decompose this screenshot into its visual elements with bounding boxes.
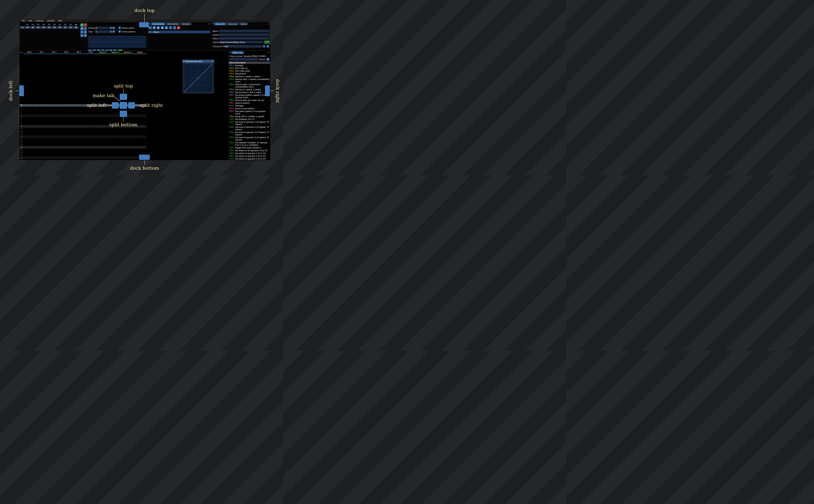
order-edit-mode-button[interactable] bbox=[84, 34, 87, 37]
pattern-cell[interactable]: ... .. .. .... bbox=[24, 110, 36, 111]
order-cell[interactable]: 00 bbox=[62, 27, 68, 29]
pattern-cell[interactable]: ... .. .. .... bbox=[48, 118, 60, 119]
pattern-cell[interactable]: ... .. .. .... bbox=[73, 128, 85, 130]
dock-bottom-target[interactable] bbox=[139, 155, 150, 160]
pattern-cell[interactable]: ... .. .. .... bbox=[24, 115, 36, 117]
pattern-cell[interactable]: ... .. .. .... bbox=[97, 118, 109, 119]
pattern-cell[interactable]: ... .. .. .... bbox=[60, 139, 73, 140]
pattern-cell[interactable]: ... .. .. .... bbox=[48, 125, 60, 127]
pattern-cell[interactable]: ... .. .. .... bbox=[36, 154, 48, 156]
octave-minus-button[interactable]: - bbox=[109, 27, 112, 29]
pattern-cell[interactable]: ... .. .. .... bbox=[60, 120, 73, 122]
pattern-cell[interactable]: ... .. .. .... bbox=[48, 146, 60, 148]
panel-tab[interactable]: Wavetables bbox=[166, 22, 180, 25]
pattern-cell[interactable]: ... .. .. .... bbox=[24, 131, 36, 132]
step-plus-button[interactable]: + bbox=[112, 30, 115, 33]
effect-row[interactable]: 0Dxx Jump to next pattern bbox=[228, 107, 270, 110]
effect-row[interactable]: 15xx Set level of operator 4 (0 highest,… bbox=[228, 136, 270, 141]
pattern-cell[interactable]: ... .. .. .... bbox=[60, 118, 73, 119]
pattern-cell[interactable]: ... .. .. .... bbox=[97, 123, 109, 125]
pattern-cell[interactable]: ... .. .. .... bbox=[73, 118, 85, 119]
tuning-plus-button[interactable]: + bbox=[266, 45, 269, 48]
pattern-cell[interactable]: ... .. .. .... bbox=[122, 133, 134, 135]
pattern-cell[interactable]: ... .. .. .... bbox=[134, 118, 146, 119]
effect-row[interactable]: 1Axx Set attack of operator 1 (0 to 1F) bbox=[228, 152, 270, 155]
pattern-cell[interactable]: ... .. .. .... bbox=[109, 160, 122, 160]
pattern-cell[interactable]: ... .. .. .... bbox=[85, 112, 97, 114]
pattern-cell[interactable]: ... .. .. .... bbox=[48, 105, 60, 106]
pattern-cell[interactable]: ... .. .. .... bbox=[97, 139, 109, 140]
effect-row[interactable]: 1Cxx Set attack of operator 3 (0 to 1F) bbox=[228, 158, 270, 160]
pattern-cell[interactable]: ... .. .. .... bbox=[36, 105, 48, 106]
pattern-corner-expander[interactable]: ++ bbox=[20, 51, 24, 54]
pattern-cell[interactable]: ... .. .. .... bbox=[24, 154, 36, 156]
channel-header[interactable]: FM 3 bbox=[48, 51, 60, 54]
pattern-cell[interactable]: ... .. .. .... bbox=[134, 146, 146, 148]
close-icon[interactable]: × bbox=[212, 60, 213, 62]
pattern-cell[interactable]: ... .. .. .... bbox=[85, 154, 97, 156]
pattern-cell[interactable]: ... .. .. .... bbox=[85, 146, 97, 148]
pattern-cell[interactable]: ... .. .. .... bbox=[24, 125, 36, 127]
pattern-cell[interactable]: ... .. .. .... bbox=[134, 133, 146, 135]
channel-header[interactable]: FM 6 bbox=[85, 51, 97, 54]
pattern-cell[interactable]: ... .. .. .... bbox=[73, 115, 85, 117]
pattern-cell[interactable]: ... .. .. .... bbox=[85, 110, 97, 111]
pattern-cell[interactable]: ... .. .. .... bbox=[73, 152, 85, 153]
pattern-cell[interactable]: ... .. .. .... bbox=[48, 131, 60, 132]
pattern-cell[interactable]: ... .. .. .... bbox=[122, 128, 134, 130]
pattern-cell[interactable]: ... .. .. .... bbox=[97, 154, 109, 156]
pattern-cell[interactable]: ... .. .. .... bbox=[122, 146, 134, 148]
remove-order-button[interactable]: - bbox=[84, 23, 87, 27]
pattern-cell[interactable]: ... .. .. .... bbox=[24, 136, 36, 138]
order-cell[interactable]: 00 bbox=[57, 27, 62, 29]
pattern-cell[interactable]: ... .. .. .... bbox=[122, 120, 134, 122]
effect-search-input[interactable] bbox=[229, 58, 258, 61]
pattern-cell[interactable]: ... .. .. .... bbox=[134, 136, 146, 138]
pattern-cell[interactable]: ... .. .. .... bbox=[122, 157, 134, 159]
order-cell[interactable]: 00 bbox=[46, 27, 52, 29]
collapse-icon[interactable]: ▼ bbox=[149, 23, 150, 25]
move-order-down-button[interactable]: ∨ bbox=[80, 30, 83, 34]
close-icon[interactable]: × bbox=[208, 23, 210, 25]
pattern-cell[interactable]: ... .. .. .... bbox=[36, 139, 48, 140]
pattern-cell[interactable]: ... .. .. .... bbox=[109, 154, 122, 156]
close-icon[interactable]: × bbox=[268, 51, 269, 54]
pattern-cell[interactable]: ... .. .. .... bbox=[60, 149, 73, 151]
pattern-cell[interactable]: ... .. .. .... bbox=[134, 149, 146, 151]
pattern-cell[interactable]: ... .. .. .... bbox=[48, 149, 60, 151]
pattern-cell[interactable]: ... .. .. .... bbox=[97, 125, 109, 127]
pattern-cell[interactable]: ... .. .. .... bbox=[73, 154, 85, 156]
pattern-cell[interactable]: ... .. .. .... bbox=[73, 139, 85, 140]
pattern-cell[interactable]: ... .. .. .... bbox=[97, 120, 109, 122]
effect-row[interactable]: 17xx Toggle PCM mode (LEGACY) bbox=[228, 146, 270, 149]
pattern-cell[interactable]: ... .. .. .... bbox=[109, 131, 122, 132]
pattern-cell[interactable]: ... .. .. .... bbox=[122, 139, 134, 140]
effect-row[interactable]: 0Fxx Set speed (speed 2 if no grooves ex… bbox=[228, 110, 270, 115]
pattern-cell[interactable]: ... .. .. .... bbox=[24, 146, 36, 148]
menu-item[interactable]: edit bbox=[27, 20, 34, 22]
pattern-cell[interactable]: ... .. .. .... bbox=[97, 141, 109, 143]
pattern-cell[interactable]: ... .. .. .... bbox=[36, 131, 48, 132]
pattern-cell[interactable]: ... .. .. .... bbox=[73, 146, 85, 148]
duplicate-instrument-button[interactable] bbox=[153, 26, 156, 29]
pattern-cell[interactable]: ... .. .. .... bbox=[85, 139, 97, 140]
pattern-cell[interactable]: ... .. .. .... bbox=[122, 144, 134, 146]
pattern-cell[interactable]: ... .. .. .... bbox=[48, 110, 60, 111]
pattern-cell[interactable]: ... .. .. .... bbox=[97, 128, 109, 130]
effect-row[interactable]: 03xx Portamento bbox=[228, 72, 270, 75]
effect-row[interactable]: 11xx Set feedback (0 to 7) bbox=[228, 118, 270, 121]
menu-item[interactable]: file bbox=[20, 20, 27, 22]
pattern-cell[interactable]: ... .. .. .... bbox=[60, 112, 73, 114]
split-left-target[interactable] bbox=[112, 102, 118, 109]
pattern-cell[interactable]: ... .. .. .... bbox=[48, 115, 60, 117]
pattern-cell[interactable]: ... .. .. .... bbox=[109, 152, 122, 153]
add-order-button[interactable]: + bbox=[80, 23, 83, 27]
pattern-cell[interactable]: ... .. .. .... bbox=[48, 141, 60, 143]
pattern-cell[interactable]: ... .. .. .... bbox=[48, 128, 60, 130]
pattern-cell[interactable]: ... .. .. .... bbox=[97, 157, 109, 159]
pattern-cell[interactable]: ... .. .. .... bbox=[60, 136, 73, 138]
pattern-cell[interactable]: ... .. .. .... bbox=[60, 125, 73, 127]
dock-right-target[interactable] bbox=[265, 85, 270, 96]
effect-row[interactable]: 04xy Vibrato (x: speed; y: depth) bbox=[228, 75, 270, 78]
delete-instrument-button[interactable]: × bbox=[177, 26, 180, 29]
